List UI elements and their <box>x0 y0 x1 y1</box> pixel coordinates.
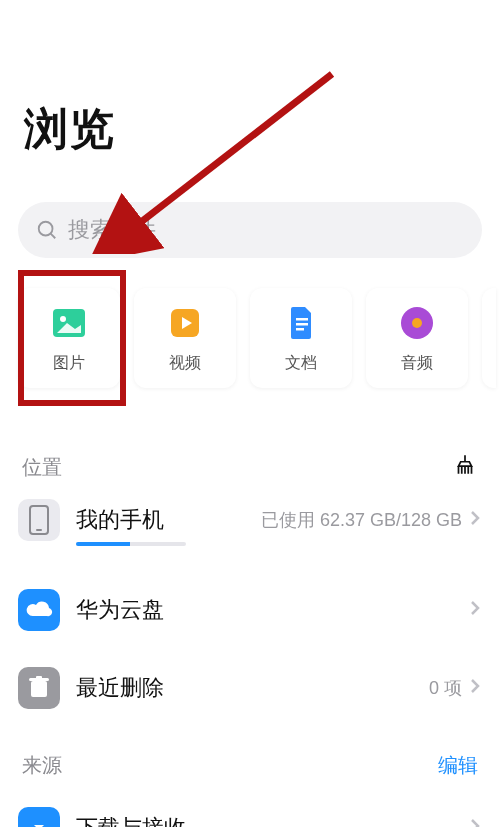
chevron-right-icon <box>468 816 482 827</box>
cloud-icon <box>18 589 60 631</box>
search-icon <box>36 219 58 241</box>
svg-point-9 <box>412 318 422 328</box>
row-title: 下载与接收 <box>76 813 186 827</box>
category-label: 视频 <box>169 353 201 374</box>
category-photos[interactable]: 图片 <box>18 288 120 388</box>
category-label: 音频 <box>401 353 433 374</box>
category-label: 文档 <box>285 353 317 374</box>
section-sources-label: 来源 <box>22 752 62 779</box>
page-title: 浏览 <box>24 100 116 159</box>
row-title: 我的手机 <box>76 505 164 535</box>
section-locations-label: 位置 <box>22 454 62 481</box>
search-input[interactable]: 搜索文件 <box>18 202 482 258</box>
category-more-peek[interactable] <box>482 288 496 388</box>
edit-sources-button[interactable]: 编辑 <box>438 752 478 779</box>
chevron-right-icon <box>468 676 482 700</box>
search-placeholder: 搜索文件 <box>68 215 156 245</box>
row-title: 华为云盘 <box>76 595 164 625</box>
location-huawei-cloud[interactable]: 华为云盘 <box>18 582 482 638</box>
svg-rect-5 <box>296 318 308 321</box>
svg-point-0 <box>39 222 53 236</box>
chevron-right-icon <box>468 508 482 532</box>
trash-icon <box>18 667 60 709</box>
svg-rect-7 <box>296 328 304 331</box>
row-title: 最近删除 <box>76 673 164 703</box>
download-icon <box>18 807 60 827</box>
category-audio[interactable]: 音频 <box>366 288 468 388</box>
svg-line-1 <box>51 234 56 239</box>
phone-icon <box>18 499 60 541</box>
location-recently-deleted[interactable]: 最近删除 0 项 <box>18 660 482 716</box>
svg-rect-12 <box>31 681 47 697</box>
image-icon <box>49 303 89 343</box>
svg-rect-14 <box>36 676 42 679</box>
category-videos[interactable]: 视频 <box>134 288 236 388</box>
svg-rect-6 <box>296 323 308 326</box>
trash-count: 0 项 <box>429 676 462 700</box>
document-icon <box>281 303 321 343</box>
svg-point-3 <box>60 316 66 322</box>
location-my-phone[interactable]: 我的手机 已使用 62.37 GB/128 GB <box>18 492 482 548</box>
audio-icon <box>397 303 437 343</box>
storage-usage-bar <box>76 542 186 546</box>
category-label: 图片 <box>53 353 85 374</box>
svg-rect-11 <box>36 529 42 531</box>
storage-usage-text: 已使用 62.37 GB/128 GB <box>261 508 462 532</box>
category-row: 图片 视频 文档 音频 <box>18 288 500 402</box>
video-icon <box>165 303 205 343</box>
category-docs[interactable]: 文档 <box>250 288 352 388</box>
chevron-right-icon <box>468 598 482 622</box>
clean-icon[interactable] <box>452 452 478 482</box>
source-downloads[interactable]: 下载与接收 <box>18 800 482 827</box>
